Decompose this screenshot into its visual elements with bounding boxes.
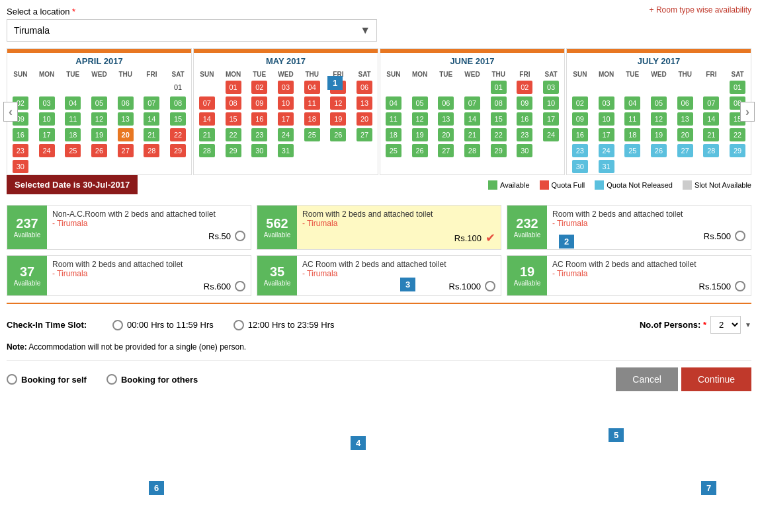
location-select[interactable]: Tirumala <box>7 19 377 42</box>
calendar-day[interactable]: 20 <box>438 128 454 141</box>
calendar-day[interactable]: 03 <box>543 81 559 94</box>
calendar-day[interactable]: 25 <box>65 144 81 157</box>
calendar-day[interactable]: 20 <box>677 128 693 141</box>
calendar-day[interactable]: 01 <box>170 81 186 94</box>
calendar-day[interactable]: 21 <box>703 128 719 141</box>
calendar-day[interactable]: 19 <box>651 128 667 141</box>
calendar-day[interactable]: 02 <box>251 81 267 94</box>
calendar-day[interactable]: 15 <box>491 112 507 126</box>
prev-month-button[interactable]: ‹ <box>3 102 18 122</box>
checkin-radio1[interactable] <box>112 320 123 330</box>
calendar-day[interactable]: 17 <box>278 112 294 126</box>
calendar-day[interactable]: 23 <box>251 128 267 141</box>
calendar-day[interactable]: 27 <box>677 144 693 157</box>
calendar-day[interactable]: 24 <box>39 144 55 157</box>
room-card[interactable]: 232AvailableRoom with 2 beds and attache… <box>507 205 751 250</box>
calendar-day[interactable]: 12 <box>412 112 428 126</box>
calendar-day[interactable]: 06 <box>357 81 372 94</box>
booking-others-radio[interactable] <box>106 374 117 385</box>
calendar-day[interactable]: 01 <box>226 81 241 94</box>
calendar-day[interactable]: 12 <box>91 112 107 126</box>
checkin-option2[interactable]: 12:00 Hrs to 23:59 Hrs <box>233 320 335 330</box>
room-type-link[interactable]: + Room type wise availability <box>650 5 751 15</box>
calendar-day[interactable]: 26 <box>91 144 107 157</box>
calendar-day[interactable]: 21 <box>199 128 215 141</box>
calendar-day[interactable]: 03 <box>599 96 614 110</box>
calendar-day[interactable]: 18 <box>624 128 640 141</box>
calendar-day[interactable]: 26 <box>330 128 346 141</box>
calendar-day[interactable]: 20 <box>118 128 134 141</box>
calendar-day[interactable]: 20 <box>357 112 372 126</box>
calendar-day[interactable]: 26 <box>412 144 428 157</box>
calendar-day[interactable]: 14 <box>464 112 480 126</box>
calendar-day[interactable]: 12 <box>651 112 667 126</box>
calendar-day[interactable]: 17 <box>39 128 55 141</box>
calendar-day[interactable]: 18 <box>386 128 401 141</box>
calendar-day[interactable]: 04 <box>624 96 640 110</box>
room-select-radio[interactable] <box>735 281 745 291</box>
calendar-day[interactable]: 25 <box>304 128 320 141</box>
calendar-day[interactable]: 22 <box>226 128 241 141</box>
calendar-day[interactable]: 25 <box>624 144 640 157</box>
calendar-day[interactable]: 12 <box>330 96 346 110</box>
calendar-day[interactable]: 23 <box>517 128 532 141</box>
calendar-day[interactable]: 24 <box>278 128 294 141</box>
calendar-day[interactable]: 28 <box>464 144 480 157</box>
calendar-day[interactable]: 22 <box>491 128 507 141</box>
calendar-day[interactable]: 08 <box>491 96 507 110</box>
calendar-day[interactable]: 10 <box>599 112 614 126</box>
calendar-day[interactable]: 02 <box>517 81 532 94</box>
calendar-day[interactable]: 11 <box>624 112 640 126</box>
room-card[interactable]: 562AvailableRoom with 2 beds and attache… <box>257 205 501 250</box>
cancel-button[interactable]: Cancel <box>616 367 678 391</box>
calendar-day[interactable]: 28 <box>199 144 215 157</box>
calendar-day[interactable]: 04 <box>65 96 81 110</box>
calendar-day[interactable]: 11 <box>65 112 81 126</box>
calendar-day[interactable]: 16 <box>572 128 588 141</box>
calendar-day[interactable]: 16 <box>517 112 532 126</box>
calendar-day[interactable]: 09 <box>251 96 267 110</box>
calendar-day[interactable]: 23 <box>572 144 588 157</box>
calendar-day[interactable]: 07 <box>144 96 159 110</box>
room-card[interactable]: 37AvailableRoom with 2 beds and attached… <box>7 255 251 296</box>
calendar-day[interactable]: 21 <box>144 128 159 141</box>
calendar-day[interactable]: 23 <box>13 144 28 157</box>
calendar-day[interactable]: 07 <box>199 96 215 110</box>
calendar-day[interactable]: 13 <box>118 112 134 126</box>
calendar-day[interactable]: 27 <box>357 128 372 141</box>
calendar-day[interactable]: 05 <box>91 96 107 110</box>
calendar-day[interactable]: 30 <box>251 144 267 157</box>
continue-button[interactable]: Continue <box>681 367 751 391</box>
calendar-day[interactable]: 11 <box>386 112 401 126</box>
calendar-day[interactable]: 21 <box>464 128 480 141</box>
checkin-radio2[interactable] <box>233 320 244 330</box>
calendar-day[interactable]: 10 <box>543 96 559 110</box>
calendar-day[interactable]: 24 <box>543 128 559 141</box>
calendar-day[interactable]: 18 <box>304 112 320 126</box>
calendar-day[interactable]: 30 <box>517 144 532 157</box>
room-select-radio[interactable] <box>235 231 245 241</box>
calendar-day[interactable]: 19 <box>412 128 428 141</box>
calendar-day[interactable]: 13 <box>357 96 372 110</box>
calendar-day[interactable]: 08 <box>170 96 186 110</box>
calendar-day[interactable]: 08 <box>226 96 241 110</box>
calendar-day[interactable]: 27 <box>118 144 134 157</box>
next-month-button[interactable]: › <box>740 102 755 122</box>
calendar-day[interactable]: 13 <box>677 112 693 126</box>
calendar-day[interactable]: 29 <box>226 144 241 157</box>
calendar-day[interactable]: 22 <box>170 128 186 141</box>
booking-others-option[interactable]: Booking for others <box>106 374 198 385</box>
calendar-day[interactable]: 25 <box>386 144 401 157</box>
calendar-day[interactable]: 04 <box>304 81 320 94</box>
calendar-day[interactable]: 06 <box>677 96 693 110</box>
calendar-day[interactable]: 16 <box>13 128 28 141</box>
calendar-day[interactable]: 14 <box>144 112 159 126</box>
calendar-day[interactable]: 05 <box>412 96 428 110</box>
room-select-radio[interactable] <box>485 281 495 291</box>
calendar-day[interactable]: 29 <box>170 144 186 157</box>
room-card[interactable]: 35AvailableAC Room with 2 beds and attac… <box>257 255 501 296</box>
room-select-radio[interactable] <box>735 231 745 241</box>
calendar-day[interactable]: 02 <box>572 96 588 110</box>
room-select-radio[interactable] <box>235 281 245 291</box>
calendar-day[interactable]: 22 <box>730 128 745 141</box>
